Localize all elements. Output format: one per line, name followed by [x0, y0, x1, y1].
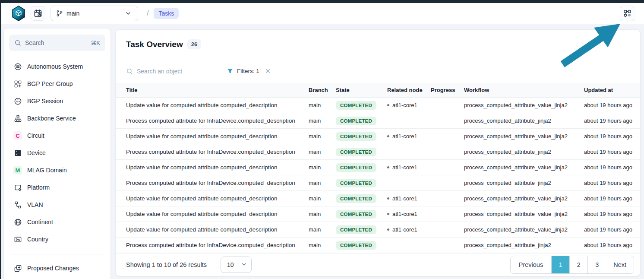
cell-branch: main	[309, 149, 336, 155]
sidebar-item-country[interactable]: Country	[9, 231, 105, 248]
sidebar-item-backbone-service[interactable]: Backbone Service	[9, 110, 105, 127]
next-page-button[interactable]: Next	[606, 256, 634, 273]
sidebar-item-label: Autonomous System	[27, 63, 83, 70]
state-badge: COMPLETED	[336, 225, 376, 234]
branch-selector[interactable]: main	[51, 6, 138, 21]
column-header-title: Title	[116, 87, 309, 93]
table-row[interactable]: Process computed attribute for InfraDevi…	[116, 238, 640, 253]
state-badge: COMPLETED	[336, 194, 376, 203]
sidebar-item-bgp-peer-group[interactable]: BGP Peer Group	[9, 75, 105, 92]
cell-state: COMPLETED	[336, 194, 387, 203]
table-row[interactable]: Update value for computed attribute comp…	[116, 206, 640, 222]
cell-branch: main	[309, 242, 336, 248]
cell-state: COMPLETED	[336, 101, 387, 110]
sidebar-item-label: BGP Peer Group	[27, 80, 73, 87]
cell-title: Update value for computed attribute comp…	[116, 211, 309, 217]
cell-updated-at: about 19 hours ago	[584, 117, 641, 124]
cell-workflow: process_computed_attribute_value_jinja2	[464, 226, 584, 233]
object-search-input[interactable]	[137, 68, 206, 75]
top-header: main / Tasks	[1, 3, 644, 24]
sidebar-item-platform[interactable]: Platform	[9, 179, 105, 196]
filters-label: Filters: 1	[237, 68, 259, 74]
column-header-workflow: Workflow	[464, 87, 584, 93]
funnel-icon	[227, 68, 234, 75]
cell-branch: main	[309, 195, 336, 202]
state-badge: COMPLETED	[336, 241, 376, 250]
panel-title-row: Task Overview 26	[116, 30, 640, 59]
table-row[interactable]: Process computed attribute for InfraDevi…	[116, 175, 640, 191]
page-button-3[interactable]: 3	[588, 256, 606, 273]
infrahub-logo-icon[interactable]	[12, 6, 25, 21]
table-row[interactable]: Update value for computed attribute comp…	[116, 98, 640, 113]
sidebar-item-autonomous-system[interactable]: Autonomous System	[9, 58, 105, 75]
object-search[interactable]	[126, 68, 215, 75]
backbone-service-icon	[13, 114, 22, 123]
cell-title: Update value for computed attribute comp…	[116, 164, 309, 171]
column-header-state: State	[336, 87, 387, 93]
table-row[interactable]: Update value for computed attribute comp…	[116, 160, 640, 175]
related-node-dot	[387, 228, 389, 231]
sidebar-search[interactable]: Search ⌘K	[9, 35, 105, 51]
sidebar-item-mlag-domain[interactable]: M MLAG Domain	[9, 162, 105, 179]
table-row[interactable]: Process computed attribute for InfraDevi…	[116, 144, 640, 160]
cell-workflow: process_computed_attribute_value_jinja2	[464, 102, 584, 108]
cell-updated-at: about 19 hours ago	[584, 102, 641, 108]
related-node-label: atl1-core1	[392, 164, 417, 171]
table-row[interactable]: Update value for computed attribute comp…	[116, 191, 640, 206]
cell-workflow: process_computed_attribute_value_jinja2	[464, 164, 584, 171]
sidebar-item-circuit[interactable]: C Circuit	[9, 127, 105, 144]
sidebar-item-proposed-changes[interactable]: Proposed Changes	[9, 260, 105, 277]
branch-name: main	[66, 10, 79, 17]
previous-page-button[interactable]: Previous	[511, 256, 552, 273]
proposed-changes-icon	[13, 264, 22, 273]
column-header-progress: Progress	[431, 87, 464, 93]
table-row[interactable]: Process computed attribute for InfraDevi…	[116, 113, 640, 129]
task-table-body: Update value for computed attribute comp…	[116, 98, 640, 253]
cell-related-node: atl1-core1	[387, 164, 431, 171]
page-size-select[interactable]: 10	[221, 257, 252, 273]
sidebar-item-bgp-session[interactable]: BGP Session	[9, 92, 105, 110]
platform-icon	[13, 183, 22, 192]
sidebar-item-continent[interactable]: Continent	[9, 213, 105, 231]
schema-icon-button[interactable]	[620, 6, 635, 21]
branch-selector-caret[interactable]	[118, 6, 138, 21]
sidebar-item-label: Circuit	[27, 132, 44, 139]
sidebar-search-shortcut: ⌘K	[91, 40, 100, 46]
table-header-row: Title Branch State Related node Progress…	[116, 83, 640, 98]
sidebar-item-object-management[interactable]: Object Management	[9, 277, 105, 279]
app-window: main / Tasks Search ⌘K	[0, 0, 644, 279]
filters-button[interactable]: Filters: 1	[227, 68, 259, 75]
table-row[interactable]: Update value for computed attribute comp…	[116, 222, 640, 238]
cell-workflow: process_computed_attribute_jinja2	[464, 117, 584, 124]
cell-workflow: process_computed_attribute_value_jinja2	[464, 133, 584, 140]
sidebar-item-device[interactable]: Device	[9, 144, 105, 162]
cell-title: Update value for computed attribute comp…	[116, 226, 309, 233]
page-button-1[interactable]: 1	[552, 256, 570, 273]
breadcrumb-tasks[interactable]: Tasks	[154, 8, 179, 19]
bgp-session-icon	[13, 97, 22, 105]
git-branch-icon	[56, 10, 63, 17]
cell-title: Update value for computed attribute comp…	[116, 102, 309, 108]
related-node-dot	[387, 166, 389, 168]
cell-updated-at: about 19 hours ago	[584, 149, 641, 155]
date-time-button[interactable]	[31, 6, 45, 21]
cell-updated-at: about 19 hours ago	[584, 180, 641, 186]
clear-filters-button[interactable]	[265, 68, 271, 74]
cell-updated-at: about 19 hours ago	[584, 164, 641, 171]
column-header-branch: Branch	[309, 87, 336, 93]
sidebar-item-vlan[interactable]: VLAN	[9, 196, 105, 213]
pagination: Previous 123 Next	[510, 256, 634, 274]
cell-updated-at: about 19 hours ago	[584, 211, 641, 217]
cell-state: COMPLETED	[336, 241, 387, 250]
country-icon	[13, 235, 22, 244]
page-button-2[interactable]: 2	[570, 256, 588, 273]
column-header-related-node: Related node	[387, 87, 431, 93]
page-buttons: 123	[552, 256, 606, 273]
calendar-clock-icon	[34, 9, 42, 18]
search-icon	[14, 39, 21, 46]
table-row[interactable]: Update value for computed attribute comp…	[116, 129, 640, 144]
sidebar-item-label: Device	[27, 149, 46, 156]
autonomous-system-icon	[13, 62, 22, 71]
sidebar-search-label: Search	[25, 39, 44, 46]
cell-branch: main	[309, 180, 336, 186]
